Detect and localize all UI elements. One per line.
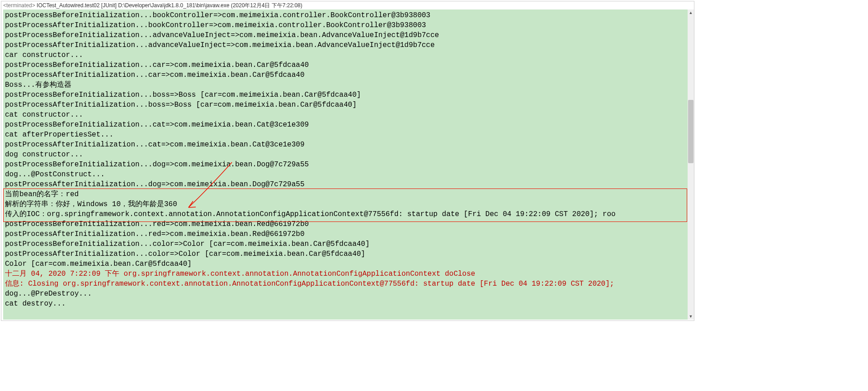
console-line: postProcessBeforeInitialization...boss=>… [5,90,687,100]
console-line: dog...@PreDestroy... [5,289,687,299]
console-line: cat destroy... [5,299,687,309]
console-line: 十二月 04, 2020 7:22:09 下午 org.springframew… [5,269,687,279]
console-line: 解析的字符串：你好，Windows 10，我的年龄是360 [5,199,687,209]
console-line: cat constructor... [5,110,687,120]
console-output[interactable]: postProcessBeforeInitialization...bookCo… [3,9,688,320]
console-header: <terminated> IOCTest_Autowired.test02 [J… [1,1,694,9]
console-line: postProcessAfterInitialization...car=>co… [5,70,687,80]
console-line: Color [car=com.meimeixia.bean.Car@5fdcaa… [5,259,687,269]
console-line: postProcessAfterInitialization...advance… [5,40,687,50]
run-time: (2020年12月4日 下午7:22:08) [231,2,302,9]
console-line: postProcessAfterInitialization...boss=>B… [5,100,687,110]
console-line: postProcessAfterInitialization...bookCon… [5,20,687,30]
console-line: postProcessAfterInitialization...cat=>co… [5,140,687,150]
console-line: dog constructor... [5,150,687,160]
console-view: <terminated> IOCTest_Autowired.test02 [J… [1,1,694,321]
console-line: postProcessBeforeInitialization...dog=>c… [5,160,687,170]
console-line: postProcessBeforeInitialization...color=… [5,239,687,249]
test-suite: [JUnit] [101,2,117,9]
console-line: postProcessAfterInitialization...red=>co… [5,229,687,239]
console-line: cat afterPropertiesSet... [5,130,687,140]
console-line: 当前bean的名字：red [5,189,687,199]
console-line: Boss...有参构造器 [5,80,687,90]
console-line: postProcessBeforeInitialization...red=>c… [5,219,687,229]
vertical-scrollbar[interactable]: ▲ ▼ [688,9,694,320]
test-name: IOCTest_Autowired.test02 [37,2,99,9]
console-line: car constructor... [5,50,687,60]
console-line: postProcessAfterInitialization...dog=>co… [5,179,687,189]
scroll-area: postProcessBeforeInitialization...bookCo… [3,9,694,320]
console-line: postProcessBeforeInitialization...car=>c… [5,60,687,70]
console-line: dog...@PostConstruct... [5,170,687,179]
scroll-down-icon[interactable]: ▼ [688,313,694,320]
console-line: postProcessBeforeInitialization...bookCo… [5,10,687,20]
console-line: postProcessAfterInitialization...color=>… [5,249,687,259]
run-state: <terminated> [3,2,35,9]
console-line: 传入的IOC：org.springframework.context.annot… [5,209,687,219]
console-line: postProcessBeforeInitialization...advanc… [5,30,687,40]
console-line: 信息: Closing org.springframework.context.… [5,279,687,289]
jvm-path: D:\Developer\Java\jdk1.8.0_181\bin\javaw… [118,2,229,9]
scroll-thumb[interactable] [688,100,693,163]
console-line: postProcessBeforeInitialization...cat=>c… [5,120,687,130]
scroll-up-icon[interactable]: ▲ [688,9,694,16]
